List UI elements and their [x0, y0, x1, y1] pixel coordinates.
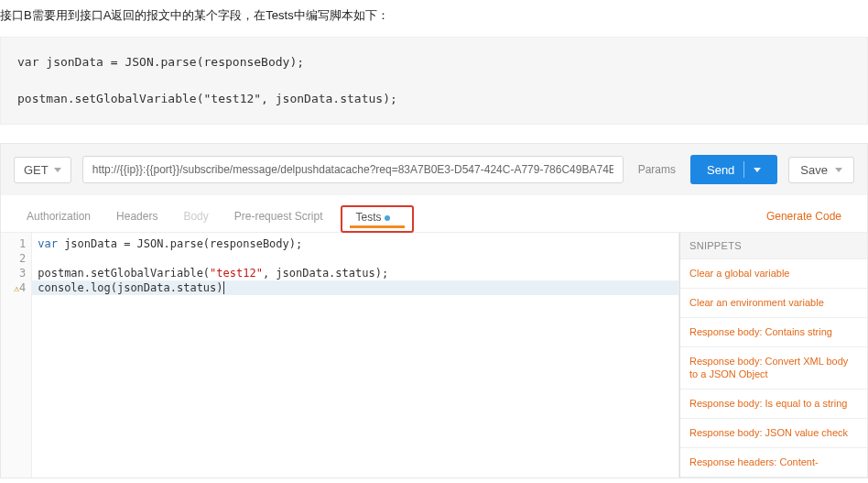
- snippets-panel: SNIPPETS Clear a global variable Clear a…: [679, 233, 867, 478]
- line-num: 1: [10, 236, 26, 251]
- chevron-down-icon: [754, 168, 761, 172]
- t: console.log(jsonData.status): [38, 281, 222, 294]
- send-label: Send: [707, 163, 734, 177]
- tab-pre-request[interactable]: Pre-request Script: [222, 204, 336, 232]
- blank: [17, 74, 851, 87]
- save-label: Save: [800, 163, 828, 177]
- chevron-down-icon: [54, 168, 61, 172]
- workarea: 1 2 3 ⚠4 var jsonData = JSON.parse(respo…: [1, 233, 867, 478]
- tab-authorization[interactable]: Authorization: [14, 204, 103, 232]
- url-input[interactable]: [82, 156, 624, 183]
- line-num: 3: [10, 266, 26, 280]
- tab-tests-label: Tests: [355, 211, 381, 224]
- code-line: postman.setGlobalVariable("test12", json…: [17, 87, 851, 111]
- request-bar: GET Params Send Save: [1, 144, 867, 195]
- warning-icon: ⚠: [10, 281, 19, 296]
- t: , jsonData.status);: [263, 267, 388, 280]
- t: var: [38, 237, 58, 250]
- app-window: GET Params Send Save Authorization Heade…: [0, 143, 868, 478]
- snippets-header: SNIPPETS: [680, 233, 867, 259]
- snippet-item[interactable]: Response body: Contains string: [680, 318, 867, 347]
- snippet-item[interactable]: Response body: Convert XML body to a JSO…: [680, 347, 867, 390]
- code-line: console.log(jsonData.status): [32, 280, 678, 295]
- code-area[interactable]: var jsonData = JSON.parse(responseBody);…: [32, 233, 678, 478]
- t: jsonData = JSON.parse(responseBody);: [58, 237, 302, 250]
- line-num: 2: [10, 251, 26, 266]
- method-label: GET: [24, 163, 49, 177]
- code-line: var jsonData = JSON.parse(responseBody);: [17, 50, 851, 74]
- watermark: @51CTO博客: [0, 478, 868, 483]
- send-button[interactable]: Send: [690, 155, 777, 184]
- params-link[interactable]: Params: [635, 163, 679, 176]
- separator: [743, 161, 744, 178]
- cursor-icon: [223, 281, 224, 294]
- code-line: postman.setGlobalVariable("test12", json…: [32, 266, 678, 280]
- chevron-down-icon: [835, 168, 842, 172]
- code-line: var jsonData = JSON.parse(responseBody);: [32, 236, 678, 251]
- ln: 4: [19, 281, 26, 294]
- tab-tests[interactable]: Tests: [341, 205, 414, 233]
- save-button[interactable]: Save: [788, 157, 854, 183]
- method-dropdown[interactable]: GET: [14, 157, 71, 183]
- t: "test12": [210, 267, 263, 280]
- gutter: 1 2 3 ⚠4: [1, 233, 32, 478]
- generate-code-link[interactable]: Generate Code: [766, 204, 854, 232]
- line-num: ⚠4: [10, 280, 26, 295]
- code-block: var jsonData = JSON.parse(responseBody);…: [0, 37, 868, 125]
- snippet-item[interactable]: Clear a global variable: [680, 259, 867, 289]
- snippet-item[interactable]: Clear an environment variable: [680, 289, 867, 318]
- dot-icon: [385, 215, 390, 221]
- tab-body[interactable]: Body: [170, 204, 221, 232]
- snippet-item[interactable]: Response body: Is equal to a string: [680, 390, 867, 419]
- tabs: Authorization Headers Body Pre-request S…: [1, 195, 867, 233]
- t: postman.setGlobalVariable(: [38, 267, 210, 280]
- snippet-item[interactable]: Response body: JSON value check: [680, 419, 867, 448]
- code-line: [32, 251, 678, 266]
- intro-text: 接口B需要用到接口A返回的报文中的某个字段，在Tests中编写脚本如下：: [0, 0, 868, 33]
- code-editor[interactable]: 1 2 3 ⚠4 var jsonData = JSON.parse(respo…: [1, 233, 679, 478]
- snippet-item[interactable]: Response headers: Content-: [680, 448, 867, 478]
- tab-headers[interactable]: Headers: [103, 204, 170, 232]
